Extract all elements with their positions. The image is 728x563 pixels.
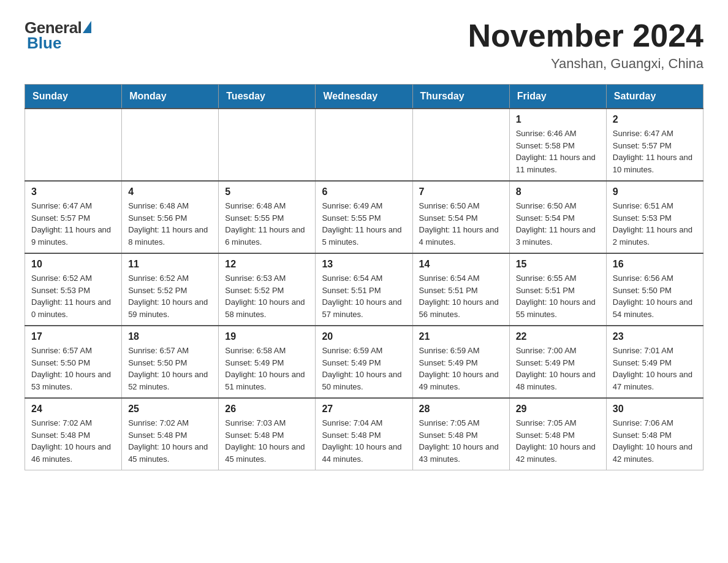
calendar-week-row: 17Sunrise: 6:57 AM Sunset: 5:50 PM Dayli… <box>25 326 703 398</box>
day-number: 17 <box>31 331 115 342</box>
day-number: 5 <box>225 186 309 197</box>
calendar-cell <box>412 109 509 181</box>
calendar-cell: 11Sunrise: 6:52 AM Sunset: 5:52 PM Dayli… <box>122 253 219 326</box>
day-number: 12 <box>225 259 309 270</box>
day-info: Sunrise: 6:51 AM Sunset: 5:53 PM Dayligh… <box>613 200 697 248</box>
day-info: Sunrise: 7:01 AM Sunset: 5:49 PM Dayligh… <box>613 345 697 393</box>
day-number: 26 <box>225 404 309 415</box>
day-number: 19 <box>225 331 309 342</box>
day-info: Sunrise: 6:54 AM Sunset: 5:51 PM Dayligh… <box>322 272 406 320</box>
day-info: Sunrise: 6:48 AM Sunset: 5:55 PM Dayligh… <box>225 200 309 248</box>
calendar-cell: 14Sunrise: 6:54 AM Sunset: 5:51 PM Dayli… <box>412 253 509 326</box>
day-info: Sunrise: 7:06 AM Sunset: 5:48 PM Dayligh… <box>613 417 697 465</box>
day-info: Sunrise: 6:47 AM Sunset: 5:57 PM Dayligh… <box>31 200 115 248</box>
calendar-cell: 15Sunrise: 6:55 AM Sunset: 5:51 PM Dayli… <box>509 253 606 326</box>
day-number: 7 <box>419 186 503 197</box>
day-info: Sunrise: 6:57 AM Sunset: 5:50 PM Dayligh… <box>128 345 212 393</box>
calendar-cell: 7Sunrise: 6:50 AM Sunset: 5:54 PM Daylig… <box>412 181 509 253</box>
calendar-cell: 28Sunrise: 7:05 AM Sunset: 5:48 PM Dayli… <box>412 398 509 470</box>
calendar-cell: 23Sunrise: 7:01 AM Sunset: 5:49 PM Dayli… <box>606 326 703 398</box>
calendar-header-thursday: Thursday <box>412 85 509 109</box>
day-number: 30 <box>613 404 697 415</box>
logo-triangle-icon <box>83 21 91 33</box>
day-info: Sunrise: 7:02 AM Sunset: 5:48 PM Dayligh… <box>31 417 115 465</box>
calendar-cell: 19Sunrise: 6:58 AM Sunset: 5:49 PM Dayli… <box>219 326 316 398</box>
day-number: 9 <box>613 186 697 197</box>
day-info: Sunrise: 6:56 AM Sunset: 5:50 PM Dayligh… <box>613 272 697 320</box>
day-info: Sunrise: 6:55 AM Sunset: 5:51 PM Dayligh… <box>516 272 600 320</box>
calendar-cell: 5Sunrise: 6:48 AM Sunset: 5:55 PM Daylig… <box>219 181 316 253</box>
calendar-cell: 6Sunrise: 6:49 AM Sunset: 5:55 PM Daylig… <box>316 181 412 253</box>
day-number: 20 <box>322 331 406 342</box>
calendar-cell <box>219 109 316 181</box>
day-number: 27 <box>322 404 406 415</box>
calendar-cell: 24Sunrise: 7:02 AM Sunset: 5:48 PM Dayli… <box>25 398 122 470</box>
day-info: Sunrise: 6:50 AM Sunset: 5:54 PM Dayligh… <box>419 200 503 248</box>
calendar-cell: 21Sunrise: 6:59 AM Sunset: 5:49 PM Dayli… <box>412 326 509 398</box>
calendar-header-friday: Friday <box>509 85 606 109</box>
calendar-cell: 25Sunrise: 7:02 AM Sunset: 5:48 PM Dayli… <box>122 398 219 470</box>
calendar-cell: 3Sunrise: 6:47 AM Sunset: 5:57 PM Daylig… <box>25 181 122 253</box>
logo: General Blue <box>25 18 91 53</box>
day-info: Sunrise: 6:54 AM Sunset: 5:51 PM Dayligh… <box>419 272 503 320</box>
calendar-table: SundayMondayTuesdayWednesdayThursdayFrid… <box>25 84 703 470</box>
day-number: 29 <box>516 404 600 415</box>
calendar-cell: 26Sunrise: 7:03 AM Sunset: 5:48 PM Dayli… <box>219 398 316 470</box>
day-info: Sunrise: 6:52 AM Sunset: 5:53 PM Dayligh… <box>31 272 115 320</box>
calendar-header-tuesday: Tuesday <box>219 85 316 109</box>
calendar-header-wednesday: Wednesday <box>316 85 412 109</box>
day-info: Sunrise: 6:49 AM Sunset: 5:55 PM Dayligh… <box>322 200 406 248</box>
day-number: 1 <box>516 114 600 125</box>
day-info: Sunrise: 6:57 AM Sunset: 5:50 PM Dayligh… <box>31 345 115 393</box>
day-number: 18 <box>128 331 212 342</box>
logo-blue-text: Blue <box>25 34 61 53</box>
day-info: Sunrise: 6:48 AM Sunset: 5:56 PM Dayligh… <box>128 200 212 248</box>
day-number: 3 <box>31 186 115 197</box>
calendar-cell <box>122 109 219 181</box>
day-number: 8 <box>516 186 600 197</box>
calendar-cell: 17Sunrise: 6:57 AM Sunset: 5:50 PM Dayli… <box>25 326 122 398</box>
calendar-week-row: 1Sunrise: 6:46 AM Sunset: 5:58 PM Daylig… <box>25 109 703 181</box>
calendar-header-saturday: Saturday <box>606 85 703 109</box>
calendar-header-row: SundayMondayTuesdayWednesdayThursdayFrid… <box>25 85 703 109</box>
calendar-cell: 27Sunrise: 7:04 AM Sunset: 5:48 PM Dayli… <box>316 398 412 470</box>
calendar-week-row: 24Sunrise: 7:02 AM Sunset: 5:48 PM Dayli… <box>25 398 703 470</box>
day-info: Sunrise: 6:50 AM Sunset: 5:54 PM Dayligh… <box>516 200 600 248</box>
calendar-cell: 4Sunrise: 6:48 AM Sunset: 5:56 PM Daylig… <box>122 181 219 253</box>
calendar-cell: 30Sunrise: 7:06 AM Sunset: 5:48 PM Dayli… <box>606 398 703 470</box>
day-number: 22 <box>516 331 600 342</box>
calendar-cell: 2Sunrise: 6:47 AM Sunset: 5:57 PM Daylig… <box>606 109 703 181</box>
day-info: Sunrise: 6:53 AM Sunset: 5:52 PM Dayligh… <box>225 272 309 320</box>
day-number: 24 <box>31 404 115 415</box>
page-header: General Blue November 2024 Yanshan, Guan… <box>25 18 703 72</box>
day-number: 23 <box>613 331 697 342</box>
title-area: November 2024 Yanshan, Guangxi, China <box>468 18 703 72</box>
calendar-header-sunday: Sunday <box>25 85 122 109</box>
day-number: 11 <box>128 259 212 270</box>
day-number: 6 <box>322 186 406 197</box>
day-number: 15 <box>516 259 600 270</box>
day-info: Sunrise: 7:05 AM Sunset: 5:48 PM Dayligh… <box>516 417 600 465</box>
day-info: Sunrise: 7:02 AM Sunset: 5:48 PM Dayligh… <box>128 417 212 465</box>
day-number: 16 <box>613 259 697 270</box>
day-info: Sunrise: 6:46 AM Sunset: 5:58 PM Dayligh… <box>516 128 600 175</box>
calendar-cell: 29Sunrise: 7:05 AM Sunset: 5:48 PM Dayli… <box>509 398 606 470</box>
location-title: Yanshan, Guangxi, China <box>468 56 703 72</box>
day-number: 14 <box>419 259 503 270</box>
calendar-week-row: 3Sunrise: 6:47 AM Sunset: 5:57 PM Daylig… <box>25 181 703 253</box>
calendar-cell: 1Sunrise: 6:46 AM Sunset: 5:58 PM Daylig… <box>509 109 606 181</box>
day-info: Sunrise: 6:52 AM Sunset: 5:52 PM Dayligh… <box>128 272 212 320</box>
calendar-cell <box>25 109 122 181</box>
day-info: Sunrise: 6:47 AM Sunset: 5:57 PM Dayligh… <box>613 128 697 175</box>
day-info: Sunrise: 7:00 AM Sunset: 5:49 PM Dayligh… <box>516 345 600 393</box>
calendar-cell: 9Sunrise: 6:51 AM Sunset: 5:53 PM Daylig… <box>606 181 703 253</box>
day-number: 4 <box>128 186 212 197</box>
day-number: 21 <box>419 331 503 342</box>
calendar-header-monday: Monday <box>122 85 219 109</box>
calendar-cell: 10Sunrise: 6:52 AM Sunset: 5:53 PM Dayli… <box>25 253 122 326</box>
day-number: 10 <box>31 259 115 270</box>
calendar-cell: 18Sunrise: 6:57 AM Sunset: 5:50 PM Dayli… <box>122 326 219 398</box>
day-info: Sunrise: 6:59 AM Sunset: 5:49 PM Dayligh… <box>419 345 503 393</box>
day-info: Sunrise: 6:59 AM Sunset: 5:49 PM Dayligh… <box>322 345 406 393</box>
calendar-week-row: 10Sunrise: 6:52 AM Sunset: 5:53 PM Dayli… <box>25 253 703 326</box>
